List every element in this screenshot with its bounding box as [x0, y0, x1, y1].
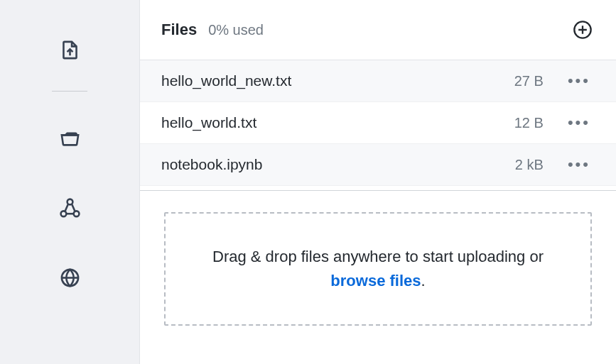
svg-point-2: [73, 211, 79, 216]
file-size: 2 kB: [502, 157, 544, 173]
file-row[interactable]: notebook.ipynb 2 kB •••: [140, 144, 616, 186]
add-file-button[interactable]: [571, 18, 595, 42]
svg-point-0: [67, 199, 72, 204]
share-nodes-icon[interactable]: [48, 187, 91, 229]
dropzone-tail: .: [421, 272, 426, 289]
list-divider: [140, 190, 616, 191]
dropzone[interactable]: Drag & drop files anywhere to start uplo…: [164, 212, 592, 326]
more-horizontal-icon[interactable]: •••: [563, 114, 595, 132]
folder-open-icon[interactable]: [48, 117, 91, 160]
more-horizontal-icon[interactable]: •••: [563, 155, 595, 174]
sidebar-rail: [0, 0, 140, 364]
upload-file-icon[interactable]: [48, 28, 91, 71]
files-header: Files 0% used: [140, 0, 616, 60]
file-row[interactable]: hello_world.txt 12 B •••: [140, 102, 616, 144]
files-usage: 0% used: [208, 22, 264, 38]
sidebar-divider: [52, 91, 87, 92]
globe-icon[interactable]: [48, 256, 91, 299]
more-horizontal-icon[interactable]: •••: [563, 72, 595, 90]
dropzone-lead: Drag & drop files anywhere to start uplo…: [212, 248, 544, 265]
file-size: 12 B: [502, 115, 544, 131]
file-name: hello_world.txt: [161, 114, 502, 131]
file-row[interactable]: hello_world_new.txt 27 B •••: [140, 60, 616, 102]
file-name: notebook.ipynb: [161, 156, 502, 173]
files-title: Files: [161, 21, 197, 39]
browse-files-link[interactable]: browse files: [330, 272, 421, 289]
plus-circle-icon: [573, 20, 593, 40]
file-size: 27 B: [502, 73, 544, 89]
svg-point-1: [60, 211, 66, 216]
file-name: hello_world_new.txt: [161, 72, 502, 89]
file-list: hello_world_new.txt 27 B ••• hello_world…: [140, 60, 616, 186]
files-panel: Files 0% used hello_world_new.txt 27 B •…: [140, 0, 616, 364]
